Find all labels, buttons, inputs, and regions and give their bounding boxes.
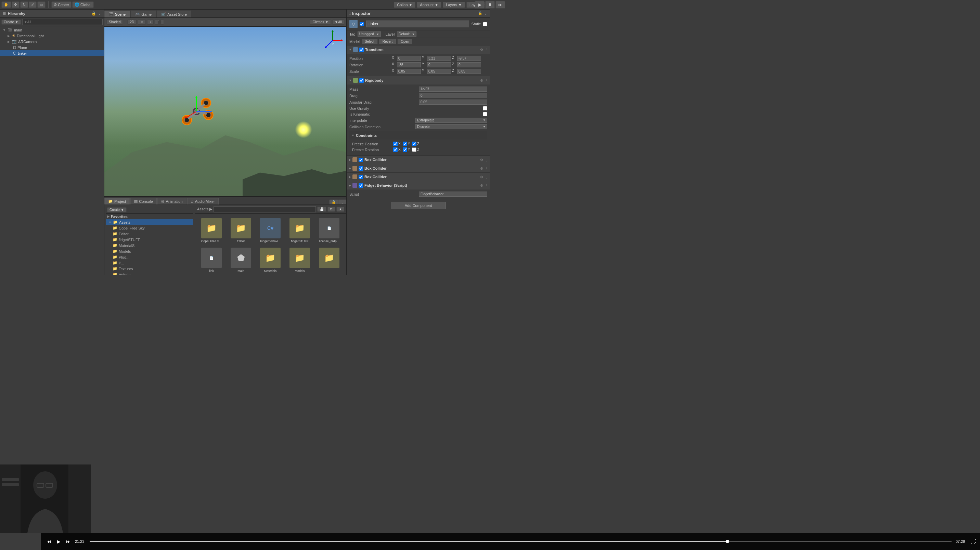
- inspector-lock-btn[interactable]: 🔒: [478, 11, 482, 16]
- revert-btn[interactable]: Revert: [379, 39, 396, 44]
- box-collider-2-header[interactable]: ▶ Box Collider ⚙ ⋮: [347, 164, 490, 172]
- fav-subitem-textures[interactable]: 📁 Textures: [106, 266, 193, 272]
- box-collider-1-header[interactable]: ▶ Box Collider ⚙ ⋮: [347, 156, 490, 164]
- is-kinematic-checkbox[interactable]: [483, 112, 487, 116]
- tab-asset-store[interactable]: 🛒 Asset Store: [157, 11, 191, 17]
- fb-checkbox[interactable]: [359, 183, 363, 188]
- layers-btn[interactable]: Layers ▼: [443, 2, 465, 8]
- fav-item-assets[interactable]: ▼ 📁 Assets: [106, 219, 193, 225]
- rotate-tool-btn[interactable]: ↻: [20, 2, 28, 8]
- asset-main[interactable]: ⬟ main: [227, 246, 255, 274]
- tree-item-directional-light[interactable]: ▶ ☀ Directional Light: [0, 33, 104, 39]
- fidget-behavior-header[interactable]: ▶ Fidget Behavior (Script) ⚙ ⋮: [347, 181, 490, 189]
- scale-x-input[interactable]: [397, 69, 421, 74]
- collision-dropdown[interactable]: Discrete ▼: [415, 124, 487, 129]
- assets-path[interactable]: Assets ▶: [197, 207, 212, 211]
- bc3-settings-icon[interactable]: ⚙: [480, 175, 483, 179]
- tab-game[interactable]: 🎮 Game: [131, 11, 156, 17]
- tree-item-arcamera[interactable]: ▶ 📷 ARCamera: [0, 39, 104, 45]
- move-tool-btn[interactable]: ✛: [12, 2, 19, 8]
- pos-x-input[interactable]: [397, 56, 421, 61]
- asset-link[interactable]: 📄 link: [198, 246, 225, 274]
- account-btn[interactable]: Account ▼: [417, 2, 441, 8]
- rot-y-input[interactable]: [427, 62, 451, 67]
- gizmos-btn[interactable]: Gizmos ▼: [310, 19, 331, 25]
- object-active-checkbox[interactable]: [360, 22, 364, 26]
- audio-btn[interactable]: ♪: [147, 19, 154, 25]
- constraints-header[interactable]: ▼ Constraints: [349, 131, 487, 140]
- use-gravity-checkbox[interactable]: [483, 106, 487, 110]
- bc2-settings-icon[interactable]: ⚙: [480, 167, 483, 170]
- fb-more-icon[interactable]: ⋮: [485, 184, 488, 188]
- tree-item-main[interactable]: ▼ 🎬 main: [0, 27, 104, 33]
- asset-license[interactable]: 📄 license_3rdp...: [315, 216, 343, 244]
- static-checkbox[interactable]: [483, 22, 487, 26]
- interpolate-dropdown[interactable]: Extrapolate ▼: [415, 118, 487, 123]
- tab-scene[interactable]: 🎬 Scene: [104, 11, 130, 17]
- transform-checkbox[interactable]: [359, 48, 364, 52]
- collab-btn[interactable]: Collab ▼: [394, 2, 415, 8]
- all-btn[interactable]: ▼All: [332, 19, 344, 25]
- tag-dropdown[interactable]: Untagged ▼: [358, 32, 381, 37]
- tree-item-plane[interactable]: ◻ Plane: [0, 45, 104, 50]
- bc1-more-icon[interactable]: ⋮: [485, 158, 488, 162]
- select-btn[interactable]: Select: [362, 39, 377, 44]
- mass-input[interactable]: [419, 87, 487, 92]
- project-create-btn[interactable]: Create ▼: [107, 207, 127, 212]
- rect-tool-btn[interactable]: ▭: [37, 2, 46, 8]
- fb-settings-icon[interactable]: ⚙: [480, 184, 483, 188]
- shaded-btn[interactable]: Shaded: [107, 19, 123, 25]
- pos-y-input[interactable]: [427, 56, 451, 61]
- rot-x-input[interactable]: [397, 62, 421, 67]
- assets-star-btn[interactable]: ★: [336, 207, 344, 212]
- fx-btn[interactable]: ⬛: [155, 19, 164, 25]
- scene-viewport[interactable]: Y: [104, 27, 346, 196]
- tab-audio-mixer[interactable]: ♫ Audio Mixer: [187, 198, 219, 205]
- bc1-settings-icon[interactable]: ⚙: [480, 158, 483, 162]
- angular-drag-input[interactable]: [419, 100, 487, 105]
- asset-fidgetbehav[interactable]: C# FidgetBehavi...: [257, 216, 284, 244]
- assets-save-btn[interactable]: 💾: [317, 207, 326, 212]
- fr-y-checkbox[interactable]: [403, 148, 407, 152]
- fav-subitem-vuforia[interactable]: 📁 Vuforia: [106, 272, 193, 275]
- box-collider-3-header[interactable]: ▶ Box Collider ⚙ ⋮: [347, 173, 490, 181]
- fav-subitem-plug[interactable]: 📁 Plug...: [106, 254, 193, 260]
- fp-y-checkbox[interactable]: [403, 141, 407, 146]
- inspector-menu-icon[interactable]: ⋮: [484, 11, 487, 16]
- project-menu-btn[interactable]: ⋮: [338, 199, 346, 205]
- tab-animation[interactable]: ◎ Animation: [158, 198, 186, 205]
- bc2-checkbox[interactable]: [359, 166, 363, 171]
- hand-tool-btn[interactable]: ✋: [2, 2, 11, 8]
- pos-z-input[interactable]: [457, 56, 481, 61]
- hierarchy-menu-icon[interactable]: ⋮: [97, 11, 101, 16]
- object-name-input[interactable]: [366, 21, 469, 27]
- rigidbody-more-icon[interactable]: ⋮: [485, 79, 488, 83]
- global-btn[interactable]: 🌐 Global: [72, 2, 94, 8]
- asset-folder-b[interactable]: 📁: [315, 246, 343, 274]
- fav-subitem-models[interactable]: 📁 Models: [106, 248, 193, 254]
- rigidbody-checkbox[interactable]: [359, 78, 364, 83]
- project-lock-btn[interactable]: 🔒: [329, 199, 338, 205]
- fr-z-checkbox[interactable]: [412, 148, 417, 152]
- transform-header[interactable]: ▼ Transform ⚙ ⋮: [347, 46, 490, 54]
- hierarchy-lock-icon[interactable]: 🔒: [91, 11, 96, 16]
- lighting-btn[interactable]: ☀: [138, 19, 146, 25]
- transform-more-icon[interactable]: ⋮: [485, 48, 488, 52]
- hierarchy-create-btn[interactable]: Create ▼: [2, 19, 21, 25]
- fav-subitem-editor[interactable]: 📁 Editor: [106, 231, 193, 237]
- fav-subitem-p[interactable]: 📁 P...: [106, 260, 193, 266]
- asset-editor[interactable]: 📁 Editor: [227, 216, 255, 244]
- tab-project[interactable]: 📁 Project: [104, 198, 130, 205]
- script-input[interactable]: [419, 192, 487, 197]
- fp-x-checkbox[interactable]: [393, 141, 398, 146]
- assets-reload-btn[interactable]: ⟳: [328, 207, 335, 212]
- fav-subitem-materials[interactable]: 📁 MaterialS: [106, 243, 193, 248]
- fav-subitem-fidget[interactable]: 📁 fidgetSTUFF: [106, 237, 193, 243]
- 2d-btn[interactable]: 2D: [127, 19, 137, 25]
- open-btn[interactable]: Open: [398, 39, 412, 44]
- bc1-checkbox[interactable]: [359, 158, 363, 162]
- fr-x-checkbox[interactable]: [393, 148, 398, 152]
- asset-copel[interactable]: 📁 Copel Free S...: [198, 216, 225, 244]
- assets-search-input[interactable]: [213, 206, 316, 212]
- add-component-btn[interactable]: Add Component: [391, 202, 446, 209]
